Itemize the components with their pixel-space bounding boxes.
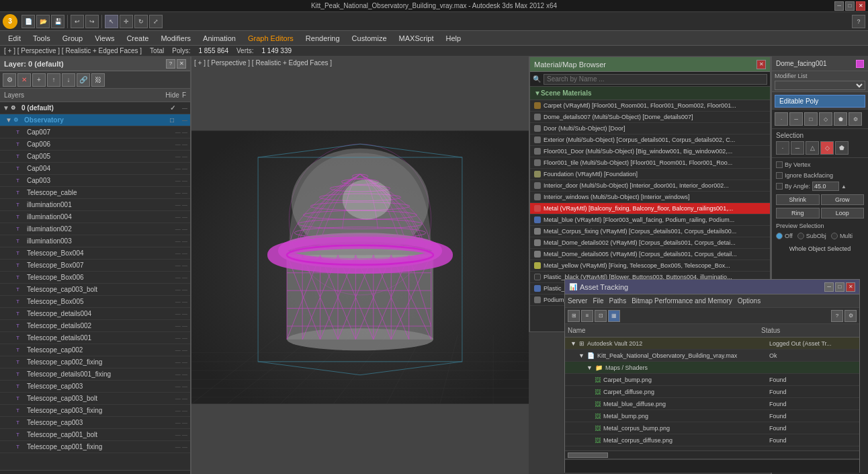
asset-minimize-btn[interactable]: ─ bbox=[824, 282, 834, 292]
maximize-btn[interactable]: □ bbox=[845, 1, 855, 11]
layer-item[interactable]: TCap004— — bbox=[0, 163, 190, 175]
sel-border-btn[interactable]: △ bbox=[806, 141, 819, 155]
mat-item[interactable]: Floor001_tile (Multi/Sub-Object) [Floor0… bbox=[530, 157, 770, 169]
layer-item[interactable]: TTelescope_cap003_bolt— — bbox=[0, 284, 190, 296]
menu-tools[interactable]: Tools bbox=[28, 33, 56, 44]
asset-menu-bitmap[interactable]: Bitmap Performance and Memory bbox=[632, 297, 732, 305]
sel-vertex-btn[interactable]: · bbox=[776, 141, 789, 155]
layer-item[interactable]: TTelescope_Box007— — bbox=[0, 260, 190, 272]
mat-item[interactable]: Metal_yellow (VRayMtl) [Fixing, Telescop… bbox=[530, 260, 770, 272]
toolbar-link-btn[interactable]: 🔗 bbox=[77, 73, 90, 87]
menu-help[interactable]: Help bbox=[441, 33, 467, 44]
mat-item[interactable]: Metal_Dome_details002 (VRayMtl) [Corpus_… bbox=[530, 237, 770, 249]
by-angle-checkbox[interactable] bbox=[776, 183, 783, 190]
prop-btn-edge[interactable]: ─ bbox=[789, 112, 803, 126]
rotate-btn[interactable]: ↻ bbox=[134, 15, 148, 28]
grow-btn[interactable]: Grow bbox=[821, 194, 865, 205]
layer-scrollbar[interactable] bbox=[0, 470, 190, 474]
layer-item[interactable]: TTelescope_Box004— — bbox=[0, 247, 190, 260]
layer-item[interactable]: TTelescope_Box005— — bbox=[0, 296, 190, 308]
ring-btn[interactable]: Ring bbox=[776, 208, 820, 219]
menu-edit[interactable]: Edit bbox=[3, 33, 26, 44]
panel-close-btn[interactable]: ✕ bbox=[177, 59, 186, 69]
by-vertex-checkbox[interactable] bbox=[776, 161, 783, 168]
layer-item[interactable]: TTelescope_cap002_fixing— — bbox=[0, 356, 190, 368]
menu-modifiers[interactable]: Modifiers bbox=[155, 33, 196, 44]
loop-btn[interactable]: Loop bbox=[821, 208, 865, 219]
layer-item[interactable]: TTelescope_details002— — bbox=[0, 320, 190, 332]
layer-item[interactable]: Tillumination004— — bbox=[0, 211, 190, 223]
asset-row-item[interactable]: 🖼 Metal_bump.png Found bbox=[565, 410, 859, 422]
angle-up-icon[interactable]: ▲ bbox=[841, 184, 847, 190]
menu-customize[interactable]: Customize bbox=[347, 33, 392, 44]
asset-row-main-file[interactable]: ▼ 📄 Kitt_Peak_National_Observatory_Build… bbox=[565, 350, 859, 362]
sel-edge-btn[interactable]: ─ bbox=[791, 141, 804, 155]
mat-item[interactable]: Interior_windows (Multi/Sub-Object) [Int… bbox=[530, 192, 770, 203]
redo-btn[interactable]: ↪ bbox=[85, 15, 99, 28]
toolbar-icon-1[interactable]: 📄 bbox=[21, 15, 35, 28]
preview-subobj-radio[interactable] bbox=[797, 233, 804, 239]
viewport-3d[interactable]: [ + ] [ Perspective ] [ Realistic + Edge… bbox=[191, 56, 529, 474]
prop-btn-settings[interactable]: ⚙ bbox=[849, 112, 862, 126]
asset-close-btn[interactable]: ✕ bbox=[846, 282, 855, 292]
layer-item-observatory[interactable]: ▼ ⚙ Observatory □ — bbox=[0, 114, 190, 126]
menu-views[interactable]: Views bbox=[89, 33, 120, 44]
mat-item[interactable]: Metal_blue (VRayMtl) [Floor003_wall_faci… bbox=[530, 214, 770, 226]
asset-help-btn[interactable]: ? bbox=[831, 310, 843, 322]
ignore-backfacing-checkbox[interactable] bbox=[776, 172, 783, 179]
prop-btn-element[interactable]: ⬟ bbox=[834, 112, 847, 126]
menu-rendering[interactable]: Rendering bbox=[300, 33, 345, 44]
layer-item[interactable]: TTelescope_cap001_fixing— — bbox=[0, 441, 190, 453]
asset-row-item[interactable]: 🖼 Carpet_bump.png Found bbox=[565, 374, 859, 386]
layer-item[interactable]: Tillumination001— — bbox=[0, 199, 190, 211]
layer-item[interactable]: Tillumination002— — bbox=[0, 223, 190, 235]
mat-item[interactable]: Door (Multi/Sub-Object) [Door] bbox=[530, 123, 770, 134]
toolbar-move-down-btn[interactable]: ↓ bbox=[62, 73, 75, 87]
asset-row[interactable]: ▼ ⊞ Autodesk Vault 2012 Logged Out (Asse… bbox=[565, 338, 859, 350]
layer-item[interactable]: TTelescope_cap001_bolt— — bbox=[0, 429, 190, 441]
asset-menu-file[interactable]: File bbox=[593, 297, 603, 305]
layer-item[interactable]: TTelescope_cap002— — bbox=[0, 344, 190, 356]
asset-maximize-btn[interactable]: □ bbox=[835, 282, 844, 292]
asset-row-item[interactable]: 🖼 Metal_blue_diffuse.png Found bbox=[565, 398, 859, 410]
mat-item[interactable]: Metal_Corpus_fixing (VRayMtl) [Corpus_de… bbox=[530, 226, 770, 237]
layer-item[interactable]: TTelescope_cap003_fixing— — bbox=[0, 405, 190, 417]
asset-toolbar-btn-4[interactable]: ▦ bbox=[608, 310, 620, 322]
layer-item[interactable]: TTelescope_details001_fixing— — bbox=[0, 368, 190, 381]
layer-item[interactable]: TCap006— — bbox=[0, 139, 190, 151]
toolbar-delete-btn[interactable]: ✕ bbox=[17, 73, 31, 87]
toolbar-icon-3[interactable]: 💾 bbox=[51, 15, 64, 28]
layer-item[interactable]: TCap005— — bbox=[0, 151, 190, 163]
mat-search-input[interactable] bbox=[544, 74, 767, 85]
layer-item[interactable]: TTelescope_cap003— — bbox=[0, 381, 190, 393]
shrink-btn[interactable]: Shrink bbox=[776, 194, 820, 205]
asset-row-item[interactable]: 🖼 Metal_corpus_bump.png Found bbox=[565, 422, 859, 434]
mat-item[interactable]: Dome_details007 (Multi/Sub-Object) [Dome… bbox=[530, 112, 770, 123]
preview-off-radio[interactable] bbox=[776, 233, 783, 239]
asset-scrollbar-h[interactable] bbox=[565, 450, 859, 459]
asset-row-item[interactable]: 🖼 Carpet_diffuse.png Found bbox=[565, 386, 859, 398]
layer-item[interactable]: TCap003— — bbox=[0, 175, 190, 187]
modifier-item-editable-poly[interactable]: Editable Poly bbox=[775, 95, 865, 108]
modifier-list-dropdown[interactable] bbox=[775, 81, 865, 90]
undo-btn[interactable]: ↩ bbox=[71, 15, 84, 28]
asset-toolbar-btn-3[interactable]: ⊡ bbox=[595, 310, 607, 322]
layer-item[interactable]: TCap007— — bbox=[0, 126, 190, 139]
prop-btn-border[interactable]: □ bbox=[804, 112, 818, 126]
asset-toolbar-btn-1[interactable]: ⊞ bbox=[568, 310, 580, 322]
by-angle-input[interactable] bbox=[812, 182, 839, 191]
preview-multi-radio[interactable] bbox=[831, 233, 838, 239]
layer-item[interactable]: TTelescope_Box006— — bbox=[0, 272, 190, 284]
asset-toolbar-btn-2[interactable]: ≡ bbox=[581, 310, 593, 322]
menu-animation[interactable]: Animation bbox=[198, 33, 241, 44]
mat-item[interactable]: Exterior (Multi/Sub-Object) [Corpus_deta… bbox=[530, 134, 770, 146]
asset-path-input[interactable] bbox=[565, 459, 859, 473]
panel-help-btn[interactable]: ? bbox=[166, 59, 175, 69]
asset-menu-options[interactable]: Options bbox=[738, 297, 761, 305]
asset-menu-server[interactable]: Server bbox=[568, 297, 587, 305]
mat-item[interactable]: Metal_Dome_details005 (VRayMtl) [Corpus_… bbox=[530, 249, 770, 260]
mat-browser-close-btn[interactable]: ✕ bbox=[756, 60, 766, 69]
asset-row-maps-group[interactable]: ▼ 📁 Maps / Shaders bbox=[565, 362, 859, 374]
asset-row-item[interactable]: 🖼 Metal_corpus_diffuse.png Found bbox=[565, 434, 859, 446]
asset-menu-paths[interactable]: Paths bbox=[609, 297, 627, 305]
